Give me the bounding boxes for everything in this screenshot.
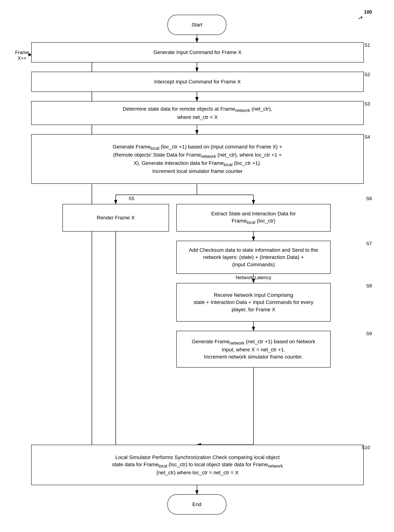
- s9-label: S9: [366, 331, 372, 336]
- s4-box: Generate Framelocal (loc_ctr +1) based o…: [31, 134, 364, 184]
- s6-text: Extract State and Interaction Data forFr…: [211, 210, 296, 225]
- figure-arrow: ↙: [357, 14, 364, 22]
- end-label: End: [192, 501, 202, 507]
- end-node: End: [167, 494, 226, 515]
- s9-text: Generate Framenetwork (net_ctr +1) based…: [192, 338, 315, 360]
- flowchart-diagram: 100 ↙ Start Generate Input Command for F…: [0, 0, 394, 532]
- s2-box: Intercept Input Command for Frame X: [31, 72, 364, 92]
- start-label: Start: [192, 22, 202, 28]
- network-latency-label: Network Latency: [176, 275, 331, 280]
- s8-label: S8: [366, 283, 372, 289]
- s1-box: Generate Input Command for Frame X: [31, 42, 364, 63]
- s5-box: Render Frame X: [62, 204, 169, 232]
- s2-text: Intercept Input Command for Frame X: [154, 78, 241, 85]
- s5-label-text: S5: [129, 196, 135, 201]
- s3-label: S3: [364, 101, 370, 107]
- s4-label: S4: [364, 134, 370, 140]
- s1-label: S1: [364, 42, 370, 48]
- s4-text: Generate Framelocal (loc_ctr +1) based o…: [113, 143, 282, 175]
- s9-box: Generate Framenetwork (net_ctr +1) based…: [176, 331, 331, 368]
- s6-box: Extract State and Interaction Data forFr…: [176, 204, 331, 232]
- frame-arrow: ▶: [28, 52, 32, 57]
- s3-text: Determine state data for remote objects …: [123, 105, 272, 120]
- s3-box: Determine state data for remote objects …: [31, 101, 364, 125]
- s10-text: Local Simulator Performs Synchronization…: [112, 454, 283, 476]
- s10-label: S10: [362, 445, 370, 450]
- start-node: Start: [167, 15, 226, 35]
- figure-number: 100: [364, 9, 372, 15]
- s7-box: Add Checksum data to state information a…: [176, 241, 331, 274]
- s8-box: Receive Network Input Comprisingstate + …: [176, 283, 331, 322]
- s8-text: Receive Network Input Comprisingstate + …: [194, 292, 313, 313]
- s10-box: Local Simulator Performs Synchronization…: [31, 445, 364, 485]
- s7-text: Add Checksum data to state information a…: [189, 246, 318, 268]
- s1-text: Generate Input Command for Frame X: [153, 49, 241, 56]
- s7-label: S7: [366, 241, 372, 246]
- s5-text: Render Frame X: [97, 214, 135, 221]
- s2-label: S2: [364, 72, 370, 77]
- s6-label-text: S6: [366, 196, 372, 201]
